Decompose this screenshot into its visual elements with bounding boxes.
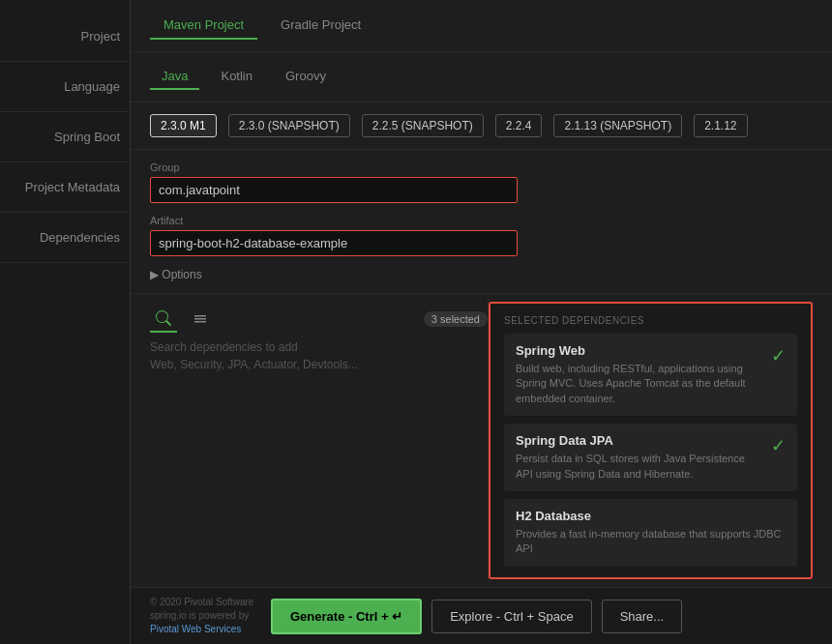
footer-link[interactable]: Pivotal Web Services [150, 624, 241, 634]
group-form-group: Group [150, 161, 518, 203]
deps-search-icon[interactable] [150, 306, 177, 333]
main-content: Maven Project Gradle Project Java Kotlin… [131, 0, 832, 644]
artifact-label: Artifact [150, 215, 518, 226]
language-tabs: Java Kotlin Groovy [150, 64, 338, 90]
explore-button[interactable]: Explore - Ctrl + Space [431, 600, 592, 633]
deps-search-placeholder: Search dependencies to add [150, 340, 488, 354]
version-2.3.0-m1[interactable]: 2.3.0 M1 [150, 114, 217, 137]
project-type-row: Maven Project Gradle Project [131, 0, 832, 52]
language-row: Java Kotlin Groovy [131, 52, 832, 102]
sidebar: Project Language Spring Boot Project Met… [0, 0, 131, 644]
version-2.1.12[interactable]: 2.1.12 [694, 114, 747, 137]
artifact-form-group: Artifact [150, 215, 518, 256]
dep-title-h2: H2 Database [516, 509, 786, 523]
dep-check-spring-web: ✓ [771, 345, 786, 366]
deps-header: 3 selected [150, 306, 488, 333]
share-button[interactable]: Share... [602, 600, 683, 633]
tab-maven[interactable]: Maven Project [150, 12, 257, 40]
dependencies-section: 3 selected Search dependencies to add We… [131, 294, 832, 587]
deps-count-badge: 3 selected [424, 311, 488, 327]
spring-boot-row: 2.3.0 M1 2.3.0 (SNAPSHOT) 2.2.5 (SNAPSHO… [131, 102, 832, 150]
sidebar-item-language[interactable]: Language [0, 62, 130, 112]
version-2.2.5-snapshot[interactable]: 2.2.5 (SNAPSHOT) [362, 114, 484, 137]
options-toggle[interactable]: ▶ Options [150, 268, 202, 281]
generate-button[interactable]: Generate - Ctrl + ↵ [271, 599, 422, 634]
dep-check-spring-data-jpa: ✓ [771, 435, 786, 456]
artifact-input[interactable] [150, 230, 518, 256]
footer-powered: spring.io is powered by [150, 609, 261, 623]
dep-desc-spring-data-jpa: Persist data in SQL stores with Java Per… [516, 452, 763, 482]
footer-credits: © 2020 Pivotal Software spring.io is pow… [150, 596, 261, 636]
deps-search-hint: Web, Security, JPA, Actuator, Devtools..… [150, 358, 488, 371]
sidebar-item-project[interactable]: Project [0, 12, 130, 62]
project-type-tabs: Maven Project Gradle Project [150, 12, 374, 40]
footer: © 2020 Pivotal Software spring.io is pow… [131, 587, 832, 644]
tab-gradle[interactable]: Gradle Project [267, 12, 374, 40]
sidebar-item-dependencies[interactable]: Dependencies [0, 213, 130, 263]
group-label: Group [150, 161, 518, 173]
sidebar-item-project-metadata[interactable]: Project Metadata [0, 162, 130, 213]
dep-desc-spring-web: Build web, including RESTful, applicatio… [516, 362, 763, 406]
dep-title-spring-data-jpa: Spring Data JPA [516, 433, 763, 448]
tab-kotlin[interactable]: Kotlin [209, 64, 264, 90]
selected-deps-label: Selected dependencies [504, 315, 797, 326]
deps-right-panel: Selected dependencies Spring Web Build w… [489, 302, 813, 579]
dep-desc-h2: Provides a fast in-memory database that … [516, 527, 786, 557]
tab-java[interactable]: Java [150, 64, 199, 90]
tab-groovy[interactable]: Groovy [274, 64, 338, 90]
dep-card-h2[interactable]: H2 Database Provides a fast in-memory da… [504, 499, 797, 567]
footer-copyright: © 2020 Pivotal Software [150, 596, 261, 609]
dep-title-spring-web: Spring Web [516, 343, 763, 358]
deps-left-panel: 3 selected Search dependencies to add We… [150, 294, 489, 587]
group-input[interactable] [150, 177, 518, 203]
metadata-row: Group Artifact ▶ Options [131, 150, 832, 294]
dep-card-spring-web[interactable]: Spring Web Build web, including RESTful,… [504, 334, 797, 416]
version-2.2.4[interactable]: 2.2.4 [495, 114, 543, 137]
version-2.3.0-snapshot[interactable]: 2.3.0 (SNAPSHOT) [228, 114, 350, 137]
sidebar-item-spring-boot[interactable]: Spring Boot [0, 112, 130, 162]
version-buttons: 2.3.0 M1 2.3.0 (SNAPSHOT) 2.2.5 (SNAPSHO… [150, 114, 754, 137]
version-2.1.13-snapshot[interactable]: 2.1.13 (SNAPSHOT) [553, 114, 682, 137]
deps-list-icon[interactable] [187, 306, 214, 333]
dep-card-spring-data-jpa[interactable]: Spring Data JPA Persist data in SQL stor… [504, 424, 797, 491]
